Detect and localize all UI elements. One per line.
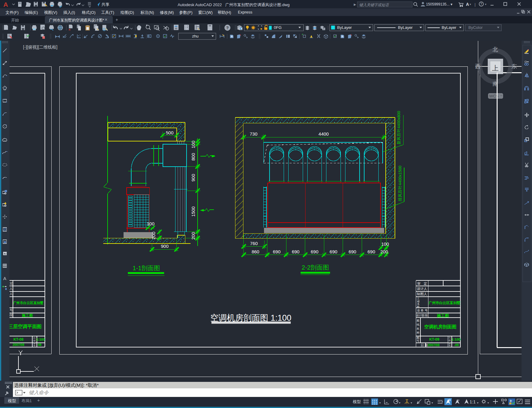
- svg-text:1-1剖面图: 1-1剖面图: [133, 265, 160, 271]
- svg-text:200: 200: [151, 232, 156, 239]
- svg-text:2-2剖面图: 2-2剖面图: [302, 264, 329, 271]
- svg-text:设计阶段: 设计阶段: [416, 314, 428, 317]
- svg-text:[-][俯视][二维线框]: [-][俯视][二维线框]: [23, 45, 57, 50]
- svg-text:690: 690: [292, 249, 299, 254]
- svg-text:称: 称: [417, 331, 420, 334]
- svg-text:1500: 1500: [191, 206, 196, 216]
- svg-text:空调机房剖面图 1:100: 空调机房剖面图 1:100: [210, 313, 291, 323]
- svg-text:-09: -09: [454, 343, 459, 347]
- svg-text:名: 名: [417, 327, 420, 330]
- svg-text:定: 定: [424, 282, 427, 285]
- svg-text:称: 称: [417, 305, 420, 308]
- svg-text:施工图: 施工图: [22, 313, 33, 318]
- svg-text:例: 例: [33, 339, 36, 342]
- svg-text:西: 西: [475, 63, 481, 69]
- svg-text:号: 号: [10, 308, 13, 312]
- svg-text:690: 690: [273, 249, 281, 254]
- svg-text:KT-09: KT-09: [429, 337, 439, 342]
- svg-text:号: 号: [33, 345, 36, 347]
- svg-text:广州市白云区某别墅: 广州市白云区某别墅: [13, 301, 44, 305]
- svg-text:号: 号: [417, 339, 420, 343]
- svg-text:人: 人: [10, 287, 13, 290]
- svg-text:2007/08: 2007/08: [428, 343, 439, 347]
- svg-text:上: 上: [492, 64, 499, 72]
- svg-text:人: 人: [10, 292, 13, 295]
- svg-text:三层空调平面图: 三层空调平面图: [8, 324, 42, 329]
- svg-text:1:1: 1:1: [470, 399, 476, 404]
- svg-text:200: 200: [380, 249, 388, 254]
- svg-text:业 务 号: 业 务 号: [417, 309, 428, 312]
- svg-text:施工图: 施工图: [437, 313, 449, 318]
- svg-text:日 期: 日 期: [421, 343, 428, 347]
- svg-text:广州市白云区某别墅: 广州市白云区某别墅: [428, 301, 460, 305]
- svg-text:排风百叶4400x1500: 排风百叶4400x1500: [398, 166, 402, 201]
- svg-text:号: 号: [448, 345, 451, 347]
- svg-text:例: 例: [448, 339, 451, 342]
- svg-text:860: 860: [252, 249, 259, 254]
- svg-text:900: 900: [191, 174, 196, 181]
- svg-text:690: 690: [368, 249, 375, 254]
- svg-text:730: 730: [250, 131, 257, 137]
- svg-text:1:100: 1:100: [451, 338, 460, 341]
- svg-text:新风百叶4400x800: 新风百叶4400x800: [396, 111, 401, 145]
- svg-text:比: 比: [33, 337, 36, 339]
- svg-text:900: 900: [161, 244, 168, 249]
- svg-text:100: 100: [147, 221, 154, 226]
- svg-text:690: 690: [349, 249, 356, 254]
- svg-text:690: 690: [311, 249, 318, 254]
- svg-text:制图人: 制图人: [417, 292, 427, 296]
- svg-text:段: 段: [10, 313, 13, 317]
- svg-text:A: A: [3, 276, 6, 281]
- svg-text:800: 800: [191, 153, 196, 160]
- svg-text:定: 定: [10, 282, 13, 285]
- svg-text:4400: 4400: [318, 131, 329, 137]
- svg-text:100: 100: [191, 141, 196, 148]
- svg-text:图: 图: [417, 336, 420, 339]
- svg-text:760: 760: [250, 241, 258, 246]
- svg-text:2007/08: 2007/08: [13, 343, 24, 347]
- svg-text:设计人: 设计人: [417, 287, 427, 291]
- svg-text:北: 北: [493, 46, 498, 53]
- svg-text:东: 东: [511, 63, 517, 69]
- svg-text:纸: 纸: [417, 323, 420, 326]
- svg-text:图: 图: [417, 319, 420, 322]
- svg-text:500: 500: [166, 130, 173, 135]
- svg-text:审: 审: [417, 282, 421, 285]
- svg-text:1:100: 1:100: [36, 338, 45, 341]
- svg-text:100: 100: [381, 241, 389, 247]
- svg-text:200: 200: [191, 232, 196, 240]
- svg-text:08: 08: [38, 343, 41, 347]
- svg-text:KT-08: KT-08: [14, 337, 24, 342]
- svg-text:空调机房剖面图: 空调机房剖面图: [424, 324, 457, 329]
- svg-text:比: 比: [448, 336, 451, 339]
- svg-text:690: 690: [330, 249, 337, 254]
